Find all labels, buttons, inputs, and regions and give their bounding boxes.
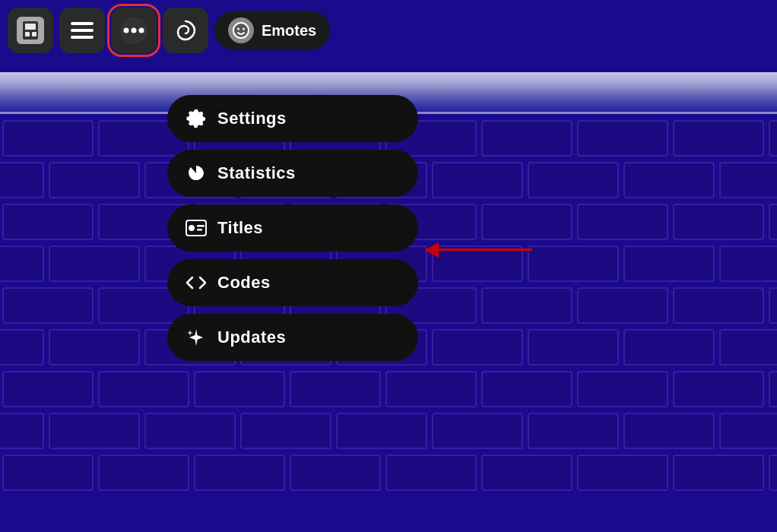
top-nav: Emotes (8, 8, 330, 53)
gear-icon (186, 109, 207, 128)
updates-menu-item[interactable]: Updates (167, 314, 418, 361)
codes-label: Codes (217, 273, 271, 293)
settings-label: Settings (217, 109, 287, 128)
arrow-annotation (426, 249, 532, 251)
settings-spin-button[interactable] (163, 8, 208, 53)
titles-label: Titles (217, 218, 263, 238)
titles-menu-item[interactable]: Titles (167, 204, 418, 252)
svg-point-14 (237, 28, 239, 30)
codes-menu-item[interactable]: Codes (167, 259, 418, 306)
roblox-home-button[interactable] (8, 8, 53, 53)
svg-point-15 (243, 28, 245, 30)
updates-label: Updates (217, 328, 286, 347)
menu-container: Settings Statistics Titles (167, 95, 418, 361)
id-card-icon (186, 220, 207, 236)
more-dots-icon (120, 17, 147, 44)
settings-menu-item[interactable]: Settings (167, 95, 418, 142)
statistics-menu-item[interactable]: Statistics (167, 150, 418, 197)
arrow-line (426, 249, 532, 251)
svg-rect-6 (71, 29, 94, 32)
svg-point-11 (139, 28, 144, 33)
statistics-label: Statistics (217, 163, 296, 183)
more-options-button[interactable] (111, 8, 157, 53)
svg-rect-3 (25, 32, 30, 36)
svg-point-13 (233, 23, 249, 38)
code-icon (186, 274, 207, 291)
svg-rect-19 (197, 229, 202, 231)
svg-rect-2 (25, 24, 36, 30)
emotes-icon (228, 17, 254, 43)
svg-rect-4 (32, 32, 36, 36)
svg-point-9 (124, 28, 129, 33)
emotes-button[interactable]: Emotes (214, 11, 330, 50)
svg-point-17 (189, 225, 195, 231)
menu-list-button[interactable] (59, 8, 105, 53)
emotes-label: Emotes (262, 22, 316, 40)
svg-rect-5 (71, 22, 94, 25)
sparkle-icon (186, 328, 207, 347)
list-icon (71, 21, 94, 40)
chart-pie-icon (186, 163, 207, 183)
settings-spin-icon (172, 17, 199, 44)
svg-point-10 (132, 28, 137, 33)
roblox-icon (17, 17, 44, 44)
svg-rect-18 (197, 225, 205, 227)
svg-rect-7 (71, 36, 94, 39)
